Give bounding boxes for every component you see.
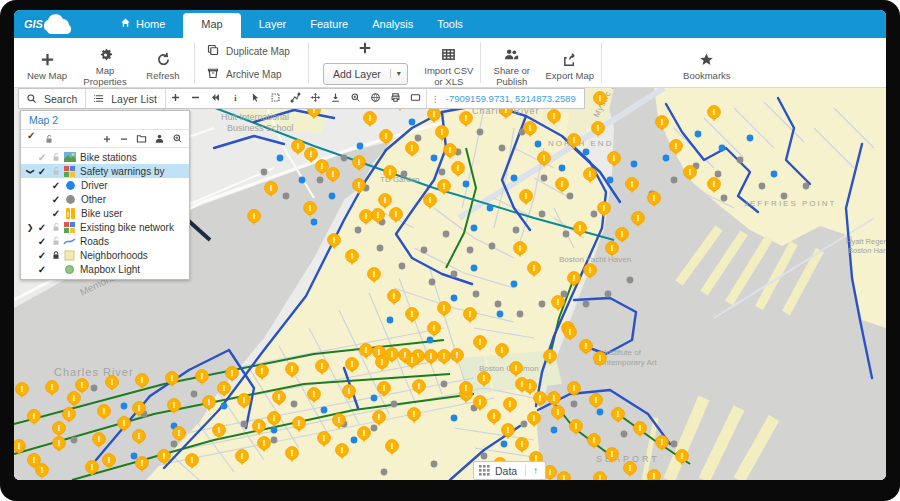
other-dot[interactable]: [399, 263, 406, 270]
expand-arrow-icon[interactable]: ❯: [25, 223, 35, 232]
other-dot[interactable]: [371, 425, 378, 432]
other-dot[interactable]: [541, 175, 548, 182]
add-layer-caret[interactable]: ▾: [390, 69, 407, 78]
tab-analysis[interactable]: Analysis: [360, 18, 425, 38]
driver-dot[interactable]: [583, 149, 590, 156]
drop-pin-button[interactable]: [326, 89, 346, 108]
other-dot[interactable]: [415, 135, 422, 142]
lock-all-icon[interactable]: [44, 130, 54, 148]
screenshot-button[interactable]: [406, 89, 426, 108]
other-dot[interactable]: [621, 431, 628, 438]
layer-row-mapbox-light[interactable]: ✓Mapbox Light: [21, 262, 189, 276]
layer-visibility-checkbox[interactable]: ✓: [35, 236, 49, 247]
other-dot[interactable]: [671, 177, 678, 184]
driver-dot[interactable]: [321, 407, 328, 414]
layer-panel-title[interactable]: Map 2: [21, 111, 189, 130]
other-dot[interactable]: [517, 311, 524, 318]
driver-dot[interactable]: [747, 135, 754, 142]
pointer-button[interactable]: [246, 89, 266, 108]
other-dot[interactable]: [671, 441, 678, 448]
layer-row-roads[interactable]: ✓Roads: [21, 234, 189, 248]
other-dot[interactable]: [421, 247, 428, 254]
tab-tools[interactable]: Tools: [425, 18, 475, 38]
tab-feature[interactable]: Feature: [298, 18, 360, 38]
other-dot[interactable]: [261, 169, 268, 176]
driver-dot[interactable]: [487, 205, 494, 212]
layer-row-existing-bike-network[interactable]: ❯✓Existing bike network: [21, 220, 189, 234]
driver-dot[interactable]: [511, 281, 518, 288]
driver-dot[interactable]: [631, 161, 638, 168]
other-dot[interactable]: [477, 129, 484, 136]
layer-visibility-checkbox[interactable]: ✓: [49, 180, 63, 191]
warning-marker[interactable]: !: [648, 470, 661, 480]
driver-dot[interactable]: [511, 175, 518, 182]
tab-map[interactable]: Map: [183, 13, 240, 38]
other-dot[interactable]: [715, 171, 722, 178]
other-dot[interactable]: [591, 211, 598, 218]
tab-layer[interactable]: Layer: [247, 18, 299, 38]
other-dot[interactable]: [499, 145, 506, 152]
layer-visibility-checkbox[interactable]: ✓: [35, 222, 49, 233]
share-or-publish-button[interactable]: Share or Publish: [483, 38, 541, 87]
other-dot[interactable]: [563, 231, 570, 238]
other-dot[interactable]: [341, 155, 348, 162]
add-layer-button[interactable]: Add Layer ▾: [323, 63, 408, 85]
other-dot[interactable]: [481, 453, 488, 460]
other-dot[interactable]: [627, 277, 634, 284]
other-dot[interactable]: [473, 291, 480, 298]
export-map-button[interactable]: Export Map: [541, 43, 599, 82]
layer-row-safety-warnings-by[interactable]: ❯✓Safety warnings by: [21, 164, 189, 178]
layer-row-bike-stations[interactable]: ✓Bike stations: [21, 150, 189, 164]
driver-dot[interactable]: [771, 171, 778, 178]
other-dot[interactable]: [441, 381, 448, 388]
other-dot[interactable]: [451, 271, 458, 278]
layer-visibility-checkbox[interactable]: ✓: [35, 250, 49, 261]
other-dot[interactable]: [781, 193, 788, 200]
driver-dot[interactable]: [535, 141, 542, 148]
layer-list-toggle[interactable]: Layer List: [86, 89, 166, 108]
other-dot[interactable]: [489, 243, 496, 250]
layer-row-neighborhoods[interactable]: ✓Neighborhoods: [21, 248, 189, 262]
map-viewport[interactable]: Hult InternationalBusiness SchoolCharles…: [14, 88, 886, 480]
measure-button[interactable]: [286, 89, 306, 108]
layer-row-driver[interactable]: ✓Driver: [21, 178, 189, 192]
person-icon[interactable]: [154, 130, 165, 148]
other-dot[interactable]: [495, 301, 502, 308]
driver-dot[interactable]: [409, 119, 416, 126]
other-dot[interactable]: [567, 193, 574, 200]
other-dot[interactable]: [241, 421, 248, 428]
driver-dot[interactable]: [695, 131, 702, 138]
other-dot[interactable]: [759, 183, 766, 190]
driver-dot[interactable]: [351, 437, 358, 444]
driver-dot[interactable]: [501, 441, 508, 448]
lock-closed-icon[interactable]: [49, 250, 62, 260]
other-dot[interactable]: [539, 301, 546, 308]
driver-dot[interactable]: [387, 317, 394, 324]
data-bar-expand-button[interactable]: ↑: [525, 465, 545, 476]
other-dot[interactable]: [605, 291, 612, 298]
driver-dot[interactable]: [607, 177, 614, 184]
other-dot[interactable]: [431, 461, 438, 468]
other-dot[interactable]: [283, 193, 290, 200]
map-search[interactable]: Search: [19, 89, 86, 108]
driver-dot[interactable]: [559, 165, 566, 172]
driver-dot[interactable]: [329, 193, 336, 200]
other-dot[interactable]: [513, 227, 520, 234]
other-dot[interactable]: [443, 231, 450, 238]
previous-extent-button[interactable]: [206, 89, 226, 108]
driver-dot[interactable]: [357, 143, 364, 150]
other-dot[interactable]: [467, 247, 474, 254]
driver-dot[interactable]: [277, 155, 284, 162]
layer-visibility-checkbox[interactable]: ✓: [49, 194, 63, 205]
zoom-out-button[interactable]: [186, 89, 206, 108]
lock-open-icon[interactable]: [49, 166, 62, 176]
tab-home[interactable]: Home: [108, 17, 177, 38]
driver-dot[interactable]: [371, 395, 378, 402]
lock-open-icon[interactable]: [49, 222, 62, 232]
data-grid-bar[interactable]: Data ↑: [473, 461, 546, 480]
duplicate-map-button[interactable]: Duplicate Map: [207, 44, 290, 58]
driver-dot[interactable]: [597, 409, 604, 416]
other-dot[interactable]: [737, 157, 744, 164]
driver-dot[interactable]: [463, 181, 470, 188]
driver-dot[interactable]: [451, 295, 458, 302]
